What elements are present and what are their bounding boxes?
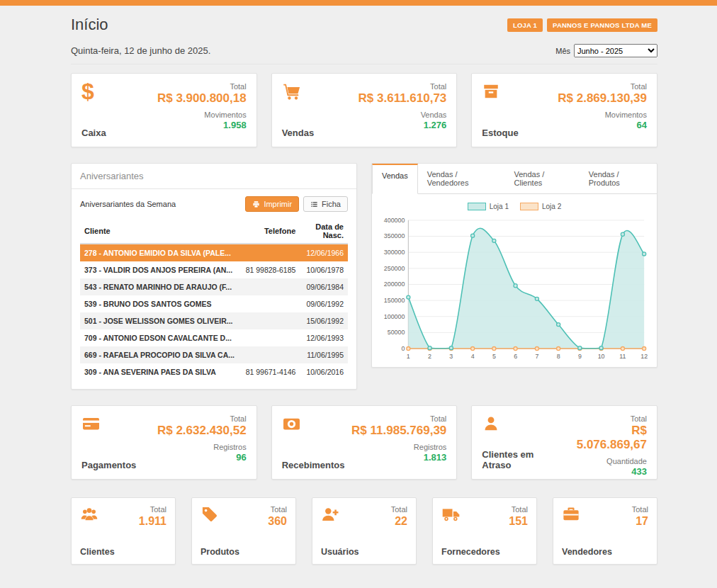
row-nasc: 12/06/1993: [300, 329, 348, 346]
clientes-count-total-label: Total: [139, 505, 166, 514]
row-cliente: 669 - RAFAELA PROCOPIO DA SILVA CA...: [80, 346, 239, 363]
clientes-atraso-total-label: Total: [562, 414, 647, 423]
company-badge[interactable]: PANNOS E PANNOS LTDA ME: [547, 18, 657, 32]
birthdays-panel: Aniversariantes Aniversariantes da Seman…: [71, 163, 357, 390]
date-row: Quinta-feira, 12 de junho de 2025. Mês J…: [71, 44, 657, 64]
svg-text:100000: 100000: [384, 313, 405, 320]
vendedores-count-title: Vendedores: [562, 547, 612, 557]
fornecedores-count-value: 151: [509, 515, 528, 528]
header-badges: LOJA 1 PANNOS E PANNOS LTDA ME: [507, 18, 657, 32]
pagamentos-left: Pagamentos: [81, 414, 136, 470]
svg-text:11: 11: [619, 353, 626, 360]
table-row[interactable]: 501 - JOSE WELISSON GOMES OLIVEIR...15/0…: [80, 312, 348, 329]
briefcase-icon: [562, 505, 580, 524]
table-row[interactable]: 709 - ANTONIO EDSON CAVALCANTE D...12/06…: [80, 329, 348, 346]
print-button[interactable]: Imprimir: [245, 196, 299, 212]
clientes-atraso-sub-label: Quantidade: [562, 457, 647, 465]
month-select[interactable]: Junho - 2025: [574, 44, 657, 57]
store-badge[interactable]: LOJA 1: [507, 18, 543, 32]
clientes-atraso-title: Clientes em Atraso: [482, 449, 561, 470]
vendedores-count-values: Total 17: [632, 505, 648, 557]
table-row[interactable]: 278 - ANTONIO EMIDIO DA SILVA (PALE...12…: [80, 244, 348, 261]
tab-vendas-clientes[interactable]: Vendas / Clientes: [505, 164, 580, 193]
ficha-button[interactable]: Ficha: [303, 196, 348, 212]
top-accent-bar: [0, 0, 717, 6]
table-row[interactable]: 543 - RENATO MARINHO DE ARAUJO (F...09/0…: [80, 278, 348, 295]
row-cliente: 373 - VALDIR DOS ANJOS PEREIRA (AN...: [80, 261, 239, 278]
row-telefone: [239, 346, 300, 363]
row-nasc: 15/06/1992: [300, 312, 348, 329]
loja1-label: Loja 1: [490, 203, 509, 210]
birthdays-subtitle: Aniversariantes da Semana: [80, 200, 176, 208]
month-label: Mês: [555, 47, 570, 55]
row-telefone: [239, 244, 300, 261]
svg-text:350000: 350000: [384, 232, 405, 239]
vendedores-count-total-label: Total: [632, 505, 648, 514]
col-telefone: Telefone: [239, 219, 300, 244]
usuarios-count-values: Total 22: [391, 505, 407, 557]
estoque-total-label: Total: [558, 82, 647, 91]
caixa-total-value: R$ 3.900.800,18: [157, 91, 247, 106]
pagamentos-values: Total R$ 2.632.430,52 Registros 96: [157, 414, 247, 470]
row-cliente: 543 - RENATO MARINHO DE ARAUJO (F...: [80, 278, 239, 295]
birthdays-panel-body: Aniversariantes da Semana Imprimir: [72, 189, 356, 389]
usuarios-count-left: Usuários: [321, 505, 359, 557]
row-nasc: 09/06/1992: [300, 295, 348, 312]
vendas-total-value: R$ 3.611.610,73: [358, 91, 447, 106]
fornecedores-count-values: Total 151: [509, 505, 528, 557]
row-telefone: [239, 312, 300, 329]
row-telefone: 81 99828-6185: [239, 261, 300, 278]
ficha-button-label: Ficha: [322, 200, 341, 208]
vendas-values: Total R$ 3.611.610,73 Vendas 1.276: [358, 82, 447, 138]
tab-vendas-produtos[interactable]: Vendas / Produtos: [580, 164, 657, 193]
page-title: Início: [71, 16, 108, 34]
vendedores-count-left: Vendedores: [562, 505, 612, 557]
box-icon: [482, 82, 500, 101]
clientes-count-value: 1.911: [139, 515, 166, 528]
svg-text:3: 3: [449, 353, 453, 360]
usuarios-count-card: Usuários Total 22: [312, 497, 417, 565]
row-telefone: [239, 329, 300, 346]
page-header: Início LOJA 1 PANNOS E PANNOS LTDA ME: [71, 14, 657, 34]
tab-vendas[interactable]: Vendas: [372, 164, 418, 194]
estoque-sub-value: 64: [558, 120, 647, 130]
produtos-count-total-label: Total: [268, 505, 287, 514]
table-row[interactable]: 309 - ANA SEVERINA PAES DA SILVA81 99671…: [80, 363, 348, 380]
svg-text:2: 2: [428, 353, 431, 360]
row-nasc: 09/06/1984: [300, 278, 348, 295]
row-cliente: 309 - ANA SEVERINA PAES DA SILVA: [80, 363, 239, 380]
pagamentos-total-value: R$ 2.632.430,52: [157, 424, 247, 438]
fornecedores-count-card: Fornecedores Total 151: [432, 497, 537, 565]
middle-panels: Aniversariantes Aniversariantes da Seman…: [71, 163, 657, 390]
dashboard-page: Início LOJA 1 PANNOS E PANNOS LTDA ME Qu…: [71, 14, 657, 565]
people-icon: [80, 505, 98, 524]
svg-text:0: 0: [401, 345, 405, 352]
produtos-count-left: Produtos: [201, 505, 239, 557]
clientes-atraso-card: Clientes em Atraso Total R$ 5.076.869,67…: [471, 405, 657, 480]
pagamentos-sub-label: Registros: [157, 443, 247, 451]
svg-text:5: 5: [492, 353, 496, 360]
caixa-values: Total R$ 3.900.800,18 Movimentos 1.958: [157, 82, 247, 138]
svg-text:10: 10: [598, 353, 605, 360]
user-plus-icon: [321, 505, 339, 524]
legend-item-loja1: Loja 1: [468, 203, 509, 210]
clientes-count-title: Clientes: [80, 547, 115, 557]
birthdays-table: Cliente Telefone Data de Nasc. 278 - ANT…: [80, 219, 348, 380]
birthdays-buttons: Imprimir Ficha: [245, 196, 348, 212]
svg-text:400000: 400000: [384, 217, 405, 224]
legend-item-loja2: Loja 2: [520, 203, 561, 210]
tab-vendas-vendedores[interactable]: Vendas / Vendedores: [418, 164, 505, 193]
mid-stat-cards: Pagamentos Total R$ 2.632.430,52 Registr…: [71, 405, 657, 480]
clientes-atraso-sub-value: 433: [562, 466, 647, 477]
vendas-left: Vendas: [282, 82, 315, 138]
table-row[interactable]: 373 - VALDIR DOS ANJOS PEREIRA (AN...81 …: [80, 261, 348, 278]
loja2-swatch: [520, 203, 538, 210]
svg-text:50000: 50000: [388, 329, 405, 336]
table-row[interactable]: 669 - RAFAELA PROCOPIO DA SILVA CA...11/…: [80, 346, 348, 363]
print-button-label: Imprimir: [264, 200, 292, 208]
recebimentos-title: Recebimentos: [282, 460, 345, 470]
svg-text:6: 6: [514, 353, 517, 360]
table-row[interactable]: 539 - BRUNO DOS SANTOS GOMES09/06/1992: [80, 295, 348, 312]
clientes-atraso-left: Clientes em Atraso: [482, 414, 561, 470]
month-picker: Mês Junho - 2025: [555, 44, 657, 57]
